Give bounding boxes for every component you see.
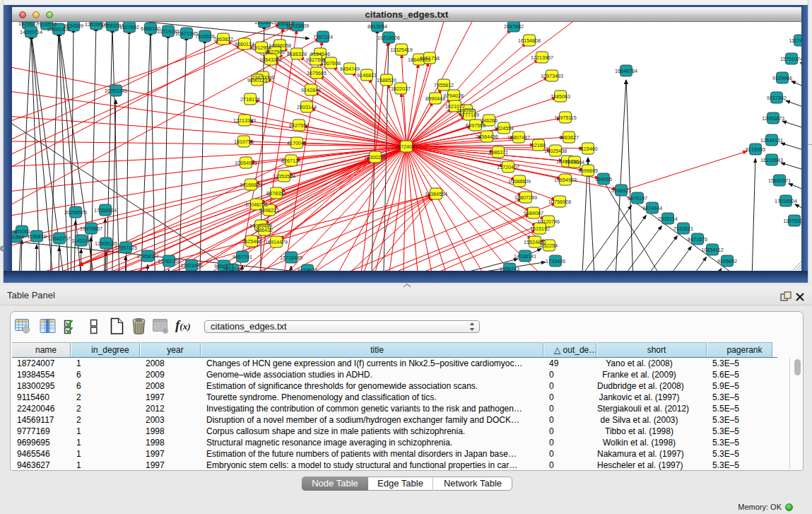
svg-text:9684067: 9684067 [524,210,543,216]
svg-text:15720407: 15720407 [497,164,519,170]
svg-text:15716485: 15716485 [280,255,302,261]
svg-text:9242848: 9242848 [301,87,321,93]
svg-text:10756928: 10756928 [548,199,571,205]
svg-text:8471676: 8471676 [688,236,707,243]
svg-text:16914479: 16914479 [265,239,288,245]
svg-text:9474444: 9474444 [642,205,662,211]
svg-text:17359924: 17359924 [94,207,117,214]
svg-text:9146821: 9146821 [357,72,377,78]
svg-text:14136141: 14136141 [514,253,536,259]
svg-text:11325419: 11325419 [390,47,412,53]
svg-text:12213967: 12213967 [531,54,553,61]
svg-text:16648784: 16648784 [615,68,637,74]
svg-text:19975867: 19975867 [80,226,102,232]
svg-text:1527602: 1527602 [119,24,139,30]
svg-text:8990448: 8990448 [425,95,445,102]
svg-text:7485063: 7485063 [551,93,570,100]
svg-text:19384554: 19384554 [425,191,447,197]
svg-text:8215955: 8215955 [746,146,765,153]
svg-text:9463627: 9463627 [559,134,579,141]
svg-text:9227342: 9227342 [767,95,787,101]
svg-text:12353594: 12353594 [273,173,295,180]
svg-text:7625402: 7625402 [242,238,261,245]
svg-text:7932621: 7932621 [673,226,693,232]
svg-text:17016504: 17016504 [775,198,797,204]
svg-text:14055714: 14055714 [20,29,42,35]
svg-text:3675685: 3675685 [307,70,326,76]
svg-text:7357224: 7357224 [313,34,333,40]
svg-text:9457791: 9457791 [233,254,252,260]
svg-text:1529927: 1529927 [18,22,38,27]
svg-text:16033809: 16033809 [286,23,309,29]
svg-text:10654925: 10654925 [235,160,257,166]
svg-text:18724007: 18724007 [395,144,418,150]
svg-text:4170045: 4170045 [287,140,307,146]
svg-text:2087682: 2087682 [504,23,524,30]
svg-text:18300295: 18300295 [364,154,387,160]
svg-text:10973493: 10973493 [541,73,563,79]
svg-text:9327506: 9327506 [265,49,285,55]
svg-text:5498222: 5498222 [259,207,279,214]
svg-text:1810755: 1810755 [234,139,254,145]
svg-text:9245652: 9245652 [717,258,737,264]
svg-text:7494064: 7494064 [565,159,584,165]
svg-text:16782759: 16782759 [158,258,180,264]
svg-text:10807487: 10807487 [507,134,530,141]
svg-text:15751074: 15751074 [780,56,801,62]
svg-text:19218506: 19218506 [377,35,400,41]
svg-text:11923446: 11923446 [180,262,202,269]
svg-text:2803144: 2803144 [297,104,317,110]
svg-text:6879197: 6879197 [628,195,647,201]
svg-text:20206576: 20206576 [64,209,87,216]
svg-text:8619577: 8619577 [298,267,317,271]
svg-text:164095: 164095 [595,176,612,182]
svg-text:7654123: 7654123 [223,267,242,271]
svg-text:5938923: 5938923 [611,187,631,194]
svg-text:1733426: 1733426 [546,258,565,264]
svg-text:20364436: 20364436 [476,134,498,140]
svg-text:8454749: 8454749 [340,66,360,72]
svg-text:1145194: 1145194 [71,238,90,244]
svg-text:8427552: 8427552 [289,122,309,129]
svg-text:1156819: 1156819 [27,233,46,240]
svg-text:20053346: 20053346 [105,88,127,94]
svg-text:11675330: 11675330 [783,218,801,224]
svg-text:15692971: 15692971 [768,177,791,184]
svg-text:9129966: 9129966 [772,75,792,81]
svg-text:11174046: 11174046 [789,37,801,44]
svg-text:986432: 986432 [256,227,273,233]
svg-text:19166829: 19166829 [240,182,262,188]
svg-text:9699695: 9699695 [578,168,598,174]
svg-text:10958117: 10958117 [136,253,158,259]
svg-text:3822037: 3822037 [391,86,411,92]
svg-text:7955812: 7955812 [434,82,454,88]
svg-text:3824554: 3824554 [494,125,514,132]
svg-text:1588520: 1588520 [377,77,396,83]
svg-text:9777169: 9777169 [459,112,479,118]
svg-text:7663822: 7663822 [213,36,233,42]
svg-text:8813054: 8813054 [367,23,387,30]
svg-text:10120746: 10120746 [537,218,560,225]
svg-text:1615192: 1615192 [530,226,550,232]
svg-text:7515526: 7515526 [195,33,215,40]
svg-text:7986372: 7986372 [488,149,508,156]
svg-text:62160: 62160 [531,142,546,148]
svg-text:17957225: 17957225 [114,245,137,251]
svg-text:1952852: 1952852 [254,22,274,25]
svg-text:16154808: 16154808 [518,37,541,44]
svg-text:12213383: 12213383 [233,117,256,124]
svg-text:6794028: 6794028 [444,93,464,99]
svg-text:12975115: 12975115 [554,115,576,121]
svg-text:10654112: 10654112 [701,247,723,253]
svg-text:12942737: 12942737 [48,235,71,242]
svg-text:6497568: 6497568 [466,122,486,129]
svg-text:9634509: 9634509 [64,23,83,29]
svg-text:2718176: 2718176 [240,96,260,103]
svg-text:391594: 391594 [12,234,24,240]
svg-text:13226058: 13226058 [269,42,291,49]
svg-text:8878352: 8878352 [266,190,286,197]
svg-text:8186328: 8186328 [287,51,307,57]
svg-text:8267130: 8267130 [281,158,301,164]
svg-text:2367608: 2367608 [321,60,341,66]
svg-text:10025438: 10025438 [544,148,567,154]
